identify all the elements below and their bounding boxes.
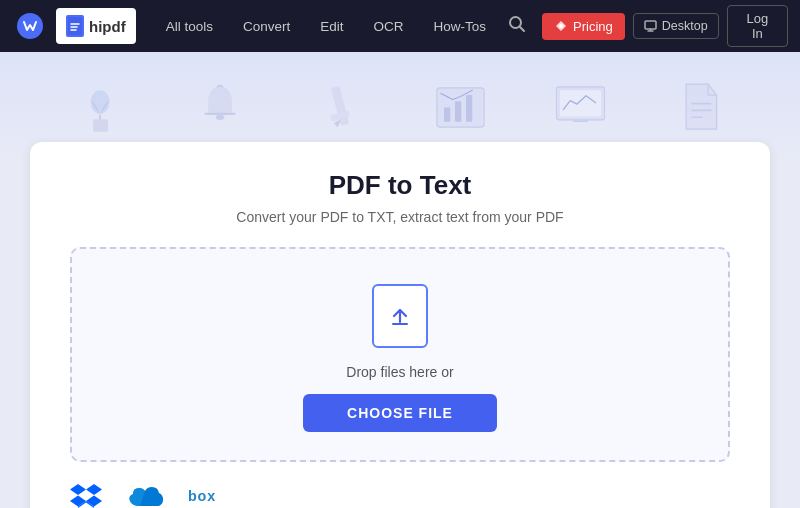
nav-how-tos[interactable]: How-Tos xyxy=(419,13,500,40)
svg-rect-14 xyxy=(466,94,472,121)
svg-rect-13 xyxy=(455,101,461,121)
svg-rect-16 xyxy=(559,90,600,116)
nav-right: Pricing Desktop Log In xyxy=(500,5,788,47)
wondershare-logo xyxy=(12,8,48,44)
hero-monitor-icon xyxy=(553,80,608,135)
hipdf-logo-text: hipdf xyxy=(89,18,126,35)
svg-rect-1 xyxy=(68,17,82,35)
hero-pencil-icon xyxy=(313,80,368,135)
hero-plant-icon xyxy=(73,80,128,135)
hero-doc-icon xyxy=(673,80,728,135)
desktop-button[interactable]: Desktop xyxy=(633,13,719,39)
upload-icon xyxy=(372,284,428,348)
pricing-button[interactable]: Pricing xyxy=(542,13,625,40)
svg-rect-5 xyxy=(93,119,108,132)
onedrive-icon[interactable] xyxy=(126,484,164,508)
cloud-services: box xyxy=(70,482,730,508)
nav-edit[interactable]: Edit xyxy=(306,13,357,40)
nav-all-tools[interactable]: All tools xyxy=(152,13,227,40)
search-icon[interactable] xyxy=(500,11,534,41)
svg-text:box: box xyxy=(188,488,216,504)
box-icon[interactable]: box xyxy=(188,487,228,505)
main-content: PDF to Text Convert your PDF to TXT, ext… xyxy=(0,162,800,508)
drop-zone[interactable]: Drop files here or CHOOSE FILE xyxy=(70,247,730,462)
drop-text: Drop files here or xyxy=(346,364,453,380)
page-title: PDF to Text xyxy=(70,170,730,201)
hero-chart-icon xyxy=(433,80,488,135)
svg-rect-4 xyxy=(645,21,656,29)
logo-area: hipdf xyxy=(12,8,136,44)
dropbox-icon[interactable] xyxy=(70,482,102,508)
nav-links: All tools Convert Edit OCR How-Tos xyxy=(152,13,500,40)
hipdf-logo[interactable]: hipdf xyxy=(56,8,136,44)
svg-rect-12 xyxy=(444,107,450,121)
hipdf-logo-icon xyxy=(66,15,84,37)
choose-file-button[interactable]: CHOOSE FILE xyxy=(303,394,497,432)
navbar: hipdf All tools Convert Edit OCR How-Tos… xyxy=(0,0,800,52)
svg-point-3 xyxy=(559,24,563,28)
page-subtitle: Convert your PDF to TXT, extract text fr… xyxy=(70,209,730,225)
main-card: PDF to Text Convert your PDF to TXT, ext… xyxy=(30,142,770,508)
svg-point-6 xyxy=(90,90,109,114)
svg-point-7 xyxy=(215,114,223,119)
login-button[interactable]: Log In xyxy=(727,5,788,47)
hero-bell-icon xyxy=(193,80,248,135)
nav-ocr[interactable]: OCR xyxy=(359,13,417,40)
nav-convert[interactable]: Convert xyxy=(229,13,304,40)
